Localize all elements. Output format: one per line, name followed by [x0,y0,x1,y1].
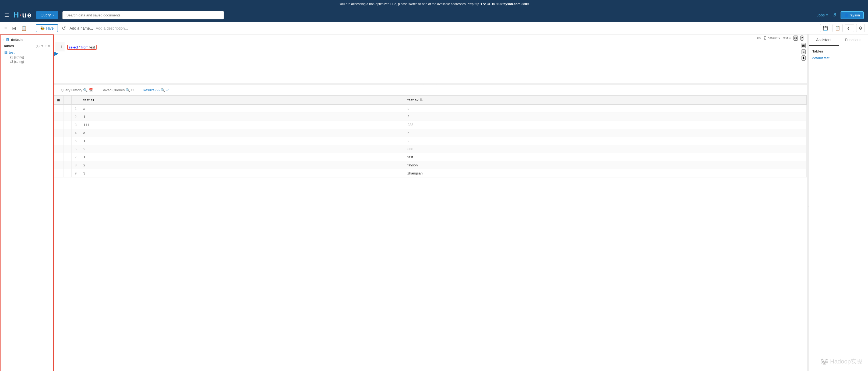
calendar-icon[interactable]: 📅 [89,88,93,92]
tab-assistant[interactable]: Assistant [809,34,839,46]
hamburger-icon[interactable]: ☰ [4,12,9,18]
hive-label: Hive [46,26,54,30]
cell-rownum-7: 8 [71,161,80,169]
search-icon-sq[interactable]: 🔍 [126,88,130,92]
add-description-button[interactable]: Add a description... [96,26,128,30]
chevron-down-icon: ▾ [53,14,54,17]
table-row: 6 2 333 [54,145,807,153]
col-header-rownum [71,95,80,105]
new-query-button[interactable]: ⊞ [11,24,17,32]
saved-queries-label: Saved Queries [101,88,125,92]
jobs-button[interactable]: Jobs ≡ [816,13,828,17]
row-list-icon[interactable]: ≡ [802,49,806,54]
col-header-grid: ⊞ [54,95,63,105]
search-icon-results[interactable]: 🔍 [161,88,165,92]
cell-grid-3 [54,129,63,137]
hive-tab-button[interactable]: 🐝 Hive [36,24,58,32]
undo-button[interactable]: ↺ [61,24,67,32]
editor-area: 0s 🗄 default ▾ text ▾ ⚙ ? ▶ 1 [54,34,807,83]
editor-resize-handle[interactable]: · · · · · [54,83,807,85]
navbar: ☰ H·ue Query ▾ Jobs ≡ ↺ 👤 fayson [0,8,868,22]
main-layout: ‹ 🗄 default Tables (1) ▼ + ↺ ▦ test s1 (… [0,34,868,371]
col-header-row-actions [63,95,71,105]
cell-s1-2: 111 [80,121,404,129]
editor-help-button[interactable]: ? [801,35,803,41]
table-row: 2 1 2 [54,113,807,121]
cell-actions-4 [63,137,71,145]
add-name-button[interactable]: Add a name... [70,26,93,30]
right-table-item[interactable]: default.test [812,55,865,61]
cell-grid-1 [54,113,63,121]
expand-icon[interactable]: ⤢ [166,88,169,92]
saved-queries-button[interactable]: 📋 [20,24,28,32]
line-number-1: 1 [55,45,62,49]
search-icon-qh[interactable]: 🔍 [83,88,88,92]
assistant-label: Assistant [816,38,831,42]
sort-icon[interactable]: ⇅ [420,98,423,102]
notif-link[interactable]: http://ip-172-31-10-118.fayson.com:8889 [468,2,529,6]
hue-logo: H·ue [13,11,32,19]
table-row: 4 a b [54,129,807,137]
cell-rownum-0: 1 [71,105,80,113]
tables-section-header: Tables (1) ▼ + ↺ [3,44,51,48]
tag-button[interactable]: 🏷 [845,24,854,32]
cell-rownum-6: 7 [71,153,80,161]
filter-icon[interactable]: ▼ [41,44,44,48]
run-query-button[interactable]: ▶ [54,50,58,57]
copy-button[interactable]: 📋 [833,24,843,32]
results-label: Results (9) [143,88,160,92]
refresh-icon-sq[interactable]: ↺ [131,88,134,92]
cell-s1-4: 1 [80,137,404,145]
hive-bee-icon: 🐝 [40,26,45,30]
tab-saved-queries[interactable]: Saved Queries 🔍 ↺ [98,85,138,95]
col-header-s2: test.s2 ⇅ [404,95,807,105]
table-item-test[interactable]: ▦ test [3,50,51,55]
panel-divider[interactable]: ⋮ [807,34,809,371]
editor-code[interactable]: select * from test [65,42,801,62]
right-panel-tabs: Assistant Functions [809,34,868,46]
database-status[interactable]: 🗄 default ▾ [763,36,780,40]
tab-functions[interactable]: Functions [839,34,868,46]
cell-grid-7 [54,161,63,169]
tab-query-history[interactable]: Query History 🔍 📅 [57,85,97,95]
navbar-right: Jobs ≡ ↺ 👤 fayson [816,11,864,19]
save-button[interactable]: 💾 [820,24,830,32]
format-status[interactable]: text ▾ [783,36,790,40]
cell-s2-5: 333 [404,145,807,153]
db-chevron-icon: ▾ [778,36,780,40]
cell-s2-4: 2 [404,137,807,145]
row-action-buttons: ⊞ ≡ ⬇ [801,42,807,62]
editor-settings-button[interactable]: ⚙ [794,35,798,41]
database-name: default [11,38,23,42]
cell-actions-6 [63,153,71,161]
left-sidebar: ‹ 🗄 default Tables (1) ▼ + ↺ ▦ test s1 (… [0,34,54,371]
format-value: text [783,36,788,40]
functions-label: Functions [845,38,862,42]
sidebar-toggle-button[interactable]: ≡ [3,24,8,32]
table-name: test [9,50,14,54]
settings-button[interactable]: ⚙ [856,24,865,32]
tab-results[interactable]: Results (9) 🔍 ⤢ [139,85,173,95]
back-icon[interactable]: ‹ [3,38,4,42]
bottom-tabs: Query History 🔍 📅 Saved Queries 🔍 ↺ Resu… [54,85,807,371]
row-download-icon[interactable]: ⬇ [802,55,806,61]
cell-actions-1 [63,113,71,121]
query-button[interactable]: Query ▾ [36,11,58,19]
search-input[interactable] [62,11,224,19]
user-button[interactable]: 👤 fayson [841,11,864,19]
right-panel: Assistant Functions Tables default.test [809,34,868,371]
add-table-icon[interactable]: + [45,44,47,48]
database-selector[interactable]: ‹ 🗄 default [3,38,51,42]
row-grid-icon[interactable]: ⊞ [802,43,806,48]
refresh-tables-icon[interactable]: ↺ [48,44,51,48]
logo-dot: · [19,11,22,19]
logo-h: H [13,11,19,19]
query-highlight-box: select * from test [67,45,97,50]
cell-rownum-4: 5 [71,137,80,145]
cell-s2-6: test [404,153,807,161]
query-button-label: Query [41,13,51,17]
user-label: fayson [850,13,860,17]
refresh-icon[interactable]: ↺ [832,12,836,18]
grid-select-icon[interactable]: ⊞ [57,98,60,102]
db-status-name: default [768,36,777,40]
